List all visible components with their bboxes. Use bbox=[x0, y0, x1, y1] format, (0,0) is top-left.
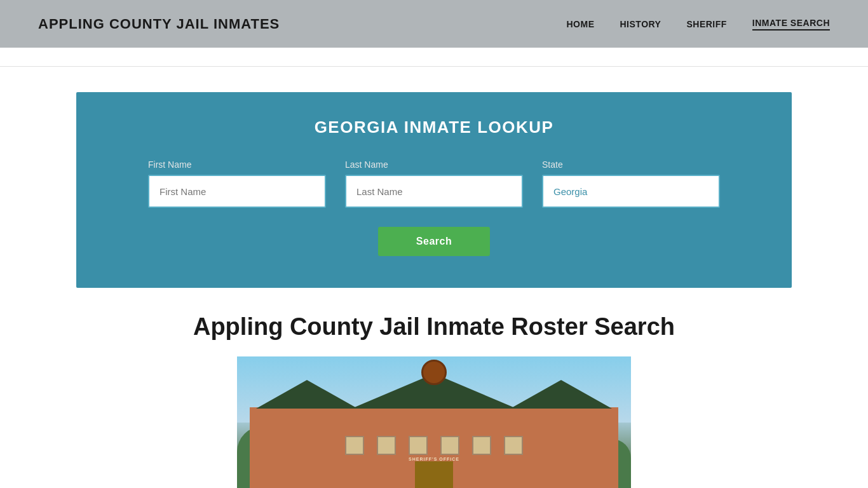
state-input[interactable] bbox=[542, 175, 720, 208]
last-name-input[interactable] bbox=[345, 175, 523, 208]
window-1 bbox=[345, 436, 364, 455]
state-group: State bbox=[542, 159, 720, 208]
window-5 bbox=[472, 436, 491, 455]
window-6 bbox=[504, 436, 523, 455]
first-name-input[interactable] bbox=[148, 175, 326, 208]
first-name-label: First Name bbox=[148, 159, 326, 170]
nav-item-sheriff[interactable]: SHERIFF bbox=[686, 19, 726, 29]
main-content: Appling County Jail Inmate Roster Search… bbox=[0, 313, 868, 488]
last-name-label: Last Name bbox=[345, 159, 523, 170]
building-door bbox=[415, 461, 453, 488]
building-base: SHERIFF'S OFFICE bbox=[250, 407, 618, 488]
header: APPLING COUNTY JAIL INMATES HOME HISTORY… bbox=[0, 0, 868, 48]
first-name-group: First Name bbox=[148, 159, 326, 208]
building-windows bbox=[345, 436, 523, 455]
nav-item-home[interactable]: HOME bbox=[567, 19, 595, 29]
window-2 bbox=[377, 436, 396, 455]
circle-window bbox=[421, 360, 447, 385]
search-section: GEORGIA INMATE LOOKUP First Name Last Na… bbox=[76, 92, 792, 288]
roster-title: Appling County Jail Inmate Roster Search bbox=[76, 313, 792, 341]
sub-header bbox=[0, 48, 868, 67]
nav-item-history[interactable]: HISTORY bbox=[620, 19, 661, 29]
window-4 bbox=[440, 436, 459, 455]
state-label: State bbox=[542, 159, 720, 170]
last-name-group: Last Name bbox=[345, 159, 523, 208]
nav: HOME HISTORY SHERIFF INMATE SEARCH bbox=[567, 18, 831, 30]
window-3 bbox=[409, 436, 428, 455]
sheriff-sign: SHERIFF'S OFFICE bbox=[409, 457, 459, 461]
building-image: SHERIFF'S OFFICE bbox=[237, 356, 631, 488]
search-button[interactable]: Search bbox=[378, 227, 490, 256]
nav-item-inmate-search[interactable]: INMATE SEARCH bbox=[752, 18, 830, 30]
search-button-row: Search bbox=[114, 227, 754, 256]
site-title: APPLING COUNTY JAIL INMATES bbox=[38, 16, 280, 32]
search-fields: First Name Last Name State bbox=[114, 159, 754, 208]
search-section-title: GEORGIA INMATE LOOKUP bbox=[114, 118, 754, 137]
